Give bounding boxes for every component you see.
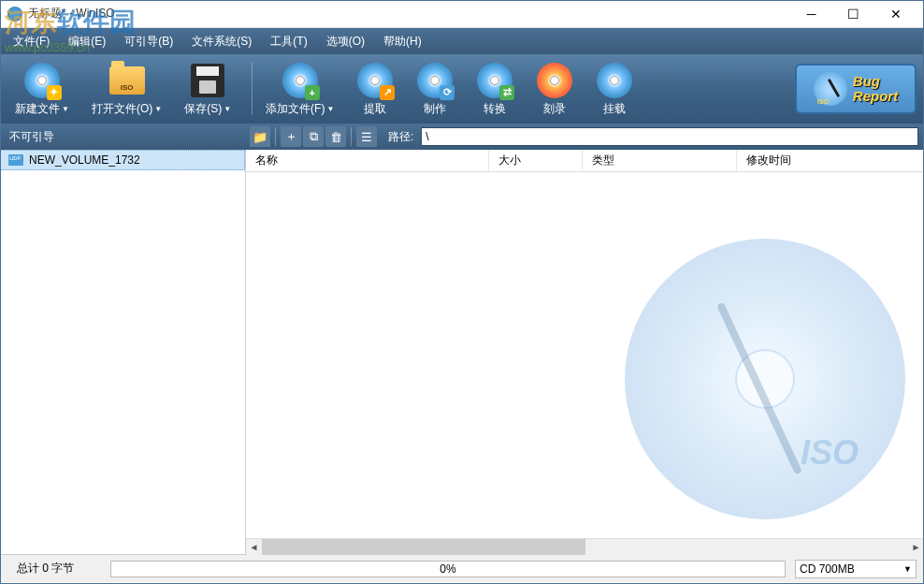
minimize-button[interactable]: ─ [790, 1, 832, 27]
menu-help[interactable]: 帮助(H) [374, 30, 431, 53]
extract-icon: ↗ [356, 62, 394, 99]
tree-panel: NEW_VOLUME_1732 [0, 150, 246, 554]
separator [275, 127, 276, 146]
window-title: 无标题* - WinISO [28, 6, 790, 22]
toolbar-separator [252, 63, 253, 115]
app-icon [7, 7, 22, 22]
titlebar: 无标题* - WinISO ─ ☐ ✕ [0, 0, 924, 28]
path-input[interactable] [421, 127, 918, 146]
column-headers: 名称 大小 类型 修改时间 [246, 150, 924, 172]
convert-icon: ⇄ [476, 62, 513, 99]
chevron-down-icon: ▼ [326, 105, 334, 113]
disc-type-selector[interactable]: CD 700MB ▼ [795, 560, 917, 578]
burn-button[interactable]: 刻录 [528, 58, 581, 121]
add-files-icon: + [282, 62, 319, 99]
extract-button[interactable]: ↗ 提取 [349, 58, 401, 121]
chevron-down-icon: ▼ [903, 564, 912, 574]
column-size[interactable]: 大小 [489, 150, 583, 171]
progress-text: 0% [111, 562, 785, 576]
scroll-left-arrow[interactable]: ◄ [246, 539, 262, 555]
make-button[interactable]: ⟳ 制作 [409, 58, 461, 121]
bug-report-icon: ISO [814, 72, 847, 106]
boot-status-label: 不可引导 [0, 124, 246, 150]
menubar: 文件(F) 编辑(E) 可引导(B) 文件系统(S) 工具(T) 选项(O) 帮… [0, 28, 924, 54]
open-file-button[interactable]: ISO 打开文件(O)▼ [84, 58, 169, 121]
bug-report-label: BugReport [853, 74, 898, 105]
chevron-down-icon: ▼ [62, 105, 69, 113]
path-label: 路径: [381, 129, 421, 145]
open-file-icon: ISO [108, 62, 146, 99]
bug-report-button[interactable]: ISO BugReport [795, 64, 917, 114]
new-folder-button[interactable]: ＋ [281, 126, 301, 147]
background-watermark-disc: ISO [625, 239, 905, 519]
maximize-button[interactable]: ☐ [832, 1, 874, 27]
menu-edit[interactable]: 编辑(E) [59, 30, 115, 53]
burn-icon [536, 62, 573, 99]
new-file-icon: ✦ [23, 62, 61, 99]
mount-button[interactable]: 挂载 [588, 58, 641, 121]
separator [351, 127, 352, 146]
column-mtime[interactable]: 修改时间 [737, 150, 924, 171]
menu-file[interactable]: 文件(F) [4, 30, 59, 53]
new-file-button[interactable]: ✦ 新建文件▼ [7, 58, 77, 121]
scroll-right-arrow[interactable]: ► [908, 539, 924, 555]
convert-button[interactable]: ⇄ 转换 [469, 58, 521, 121]
volume-icon [8, 154, 23, 166]
chevron-down-icon: ▼ [224, 105, 231, 113]
add-files-button[interactable]: + 添加文件(F)▼ [258, 58, 341, 121]
menu-boot[interactable]: 可引导(B) [115, 30, 182, 53]
delete-button[interactable]: 🗑 [325, 126, 346, 147]
menu-tools[interactable]: 工具(T) [261, 30, 316, 53]
save-icon [189, 62, 226, 99]
menu-filesystem[interactable]: 文件系统(S) [182, 30, 261, 53]
column-name[interactable]: 名称 [246, 150, 489, 171]
statusbar: 总计 0 字节 0% CD 700MB ▼ [0, 554, 924, 582]
save-button[interactable]: 保存(S)▼ [177, 58, 238, 121]
menu-options[interactable]: 选项(O) [317, 30, 374, 53]
disc-type-label: CD 700MB [800, 562, 855, 576]
file-list-body[interactable]: ISO [246, 172, 924, 538]
secondary-toolbar: 不可引导 📁 ＋ ⧉ 🗑 ☰ 路径: [0, 124, 924, 150]
chevron-down-icon: ▼ [154, 105, 162, 113]
horizontal-scrollbar[interactable]: ◄ ► [246, 538, 924, 554]
mount-icon [596, 62, 633, 99]
tree-root-label: NEW_VOLUME_1732 [29, 153, 140, 167]
column-type[interactable]: 类型 [583, 150, 737, 171]
progress-bar: 0% [110, 561, 786, 577]
file-list-panel: 名称 大小 类型 修改时间 ISO ◄ ► [246, 150, 924, 554]
status-total-size: 总计 0 字节 [7, 561, 101, 577]
tree-root-item[interactable]: NEW_VOLUME_1732 [0, 150, 245, 170]
up-folder-button[interactable]: 📁 [250, 126, 270, 147]
toolbar: ✦ 新建文件▼ ISO 打开文件(O)▼ 保存(S)▼ + 添加文件(F)▼ ↗… [0, 54, 924, 124]
scroll-thumb[interactable] [262, 539, 585, 555]
close-button[interactable]: ✕ [874, 1, 917, 27]
make-icon: ⟳ [416, 62, 454, 99]
rename-button[interactable]: ⧉ [303, 126, 324, 147]
main-content: NEW_VOLUME_1732 名称 大小 类型 修改时间 ISO ◄ ► [0, 150, 924, 554]
properties-button[interactable]: ☰ [356, 126, 377, 147]
